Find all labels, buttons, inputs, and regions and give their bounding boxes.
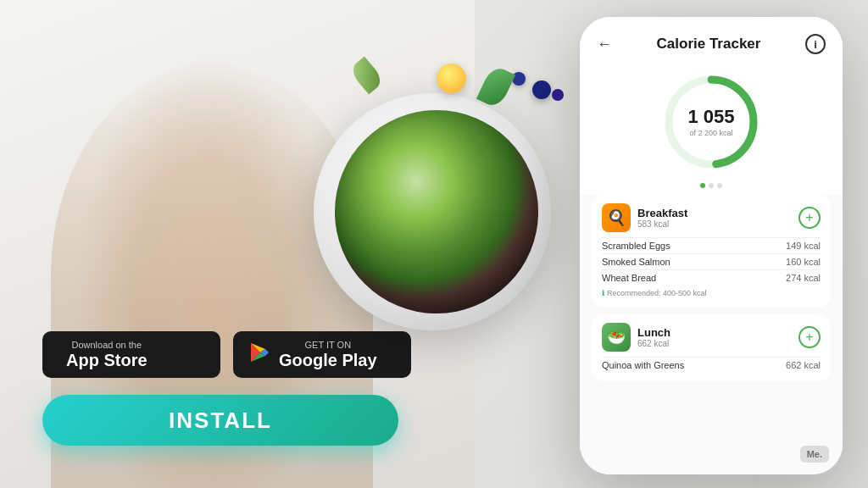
smoked-salmon-name: Smoked Salmon	[602, 257, 670, 267]
lunch-header: 🥗 Lunch 662 kcal +	[602, 323, 821, 352]
dot-1	[700, 183, 705, 188]
berry-3	[552, 89, 564, 101]
berry-1	[532, 80, 551, 99]
breakfast-add-button[interactable]: +	[798, 207, 821, 229]
food-decoration-area	[288, 68, 576, 356]
wheat-bread-kcal: 274 kcal	[786, 273, 821, 283]
calorie-numbers: 1 055 of 2 200 kcal	[687, 108, 734, 137]
screen-title: Calorie Tracker	[657, 36, 761, 53]
lunch-icon: 🥗	[602, 323, 631, 352]
smoked-salmon-kcal: 160 kcal	[786, 257, 821, 267]
breakfast-text: Breakfast 583 kcal	[637, 207, 687, 229]
breakfast-title: Breakfast	[637, 207, 687, 219]
scrambled-eggs-item: Scrambled Eggs 149 kcal	[602, 237, 821, 253]
quinoa-name: Quinoa with Greens	[602, 360, 684, 370]
smoked-salmon-item: Smoked Salmon 160 kcal	[602, 253, 821, 269]
lunch-kcal: 662 kcal	[637, 339, 670, 348]
breakfast-header: 🍳 Breakfast 583 kcal +	[602, 203, 821, 232]
play-icon	[248, 341, 270, 367]
calorie-total: of 2 200 kcal	[687, 129, 734, 137]
back-button[interactable]: ←	[597, 36, 612, 53]
phone-mockup: ← Calorie Tracker i 1 055 of 2 200 kcal	[580, 17, 843, 474]
app-store-button[interactable]: Download on the App Store	[42, 331, 220, 378]
phone-header: ← Calorie Tracker i	[580, 17, 843, 63]
wheat-bread-name: Wheat Bread	[602, 273, 656, 283]
dot-3	[717, 183, 722, 188]
phone-screen: ← Calorie Tracker i 1 055 of 2 200 kcal	[580, 17, 843, 474]
bowl-salad	[335, 110, 538, 313]
page-dots	[580, 180, 843, 195]
install-button[interactable]: INSTALL	[42, 395, 398, 446]
breakfast-note: ℹ Recommended: 400-500 kcal	[602, 286, 821, 299]
app-watermark: Me.	[800, 446, 829, 463]
info-button[interactable]: i	[805, 34, 826, 54]
yellow-fruit	[437, 64, 466, 93]
breakfast-info: 🍳 Breakfast 583 kcal	[602, 203, 687, 232]
breakfast-section: 🍳 Breakfast 583 kcal + Scrambled Eggs 14…	[592, 195, 831, 308]
leaf-decoration	[476, 64, 515, 109]
breakfast-icon: 🍳	[602, 203, 631, 232]
quinoa-kcal: 662 kcal	[786, 360, 821, 370]
app-store-label-top: Download on the	[66, 340, 147, 351]
scrambled-eggs-kcal: 149 kcal	[786, 241, 821, 251]
lunch-text: Lunch 662 kcal	[637, 326, 670, 348]
lunch-title: Lunch	[637, 326, 670, 339]
lunch-info: 🥗 Lunch 662 kcal	[602, 323, 670, 352]
app-store-label-main: App Store	[66, 351, 147, 369]
lunch-section: 🥗 Lunch 662 kcal + Quinoa with Greens 66…	[592, 314, 831, 381]
dot-2	[709, 183, 714, 188]
breakfast-kcal: 583 kcal	[637, 219, 687, 229]
meals-list: 🍳 Breakfast 583 kcal + Scrambled Eggs 14…	[580, 195, 843, 474]
wheat-bread-item: Wheat Bread 274 kcal	[602, 269, 821, 286]
install-label: INSTALL	[169, 408, 272, 434]
calorie-current: 1 055	[687, 108, 734, 126]
calorie-ring: 1 055 of 2 200 kcal	[660, 71, 762, 173]
app-store-text-wrapper: Download on the App Store	[66, 340, 147, 369]
lunch-add-button[interactable]: +	[798, 326, 821, 348]
svg-marker-5	[265, 349, 269, 356]
quinoa-item: Quinoa with Greens 662 kcal	[602, 357, 821, 373]
scrambled-eggs-name: Scrambled Eggs	[602, 241, 670, 251]
calorie-section: 1 055 of 2 200 kcal	[580, 63, 843, 180]
